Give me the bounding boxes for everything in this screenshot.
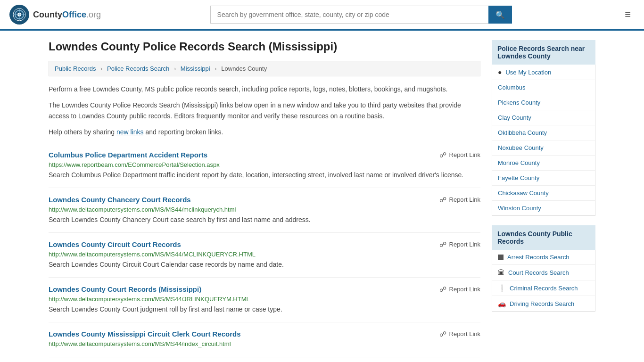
record-item: Lowndes County Mississippi Circuit Clerk…	[49, 322, 480, 357]
breadcrumb-public-records[interactable]: Public Records	[55, 65, 96, 72]
public-record-item-1: 🏛Court Records Search	[492, 265, 595, 280]
record-title-2[interactable]: Lowndes County Circuit Court Records	[49, 240, 181, 248]
public-record-link-2[interactable]: Criminal Records Search	[510, 285, 578, 292]
nearby-item-4: Oktibbeha County	[492, 125, 595, 140]
use-my-location-link[interactable]: Use My Location	[505, 69, 551, 76]
record-title-3[interactable]: Lowndes County Court Records (Mississipp…	[49, 285, 201, 293]
report-link-btn-3[interactable]: ☍ Report Link	[439, 285, 480, 294]
report-link-label-3: Report Link	[449, 286, 480, 293]
search-area: 🔍	[210, 6, 512, 24]
search-icon: 🔍	[495, 10, 505, 19]
breadcrumb-police-records-search[interactable]: Police Records Search	[107, 65, 169, 72]
public-records-list: Arrest Records Search🏛Court Records Sear…	[492, 250, 595, 312]
record-item: Lowndes County Court Records (Mississipp…	[49, 278, 480, 322]
nearby-item-9: Winston County	[492, 201, 595, 215]
report-icon-4: ☍	[439, 330, 446, 338]
description-2: The Lowndes County Police Records Search…	[49, 100, 480, 121]
record-url-4: http://www.deltacomputersystems.com/MS/M…	[49, 340, 480, 347]
record-title-4[interactable]: Lowndes County Mississippi Circuit Clerk…	[49, 330, 241, 338]
nearby-link-4[interactable]: Oktibbeha County	[498, 129, 547, 136]
hamburger-icon: ≡	[625, 8, 631, 20]
report-link-label-0: Report Link	[449, 151, 480, 158]
menu-button[interactable]: ≡	[621, 7, 635, 23]
breadcrumb-sep-2: ›	[174, 65, 176, 72]
report-link-btn-4[interactable]: ☍ Report Link	[439, 330, 480, 338]
public-record-item-0: Arrest Records Search	[492, 250, 595, 265]
record-item: Lowndes County Chancery Court Records ☍ …	[49, 188, 480, 233]
nearby-list: ● Use My LocationColumbusPickens CountyC…	[492, 65, 595, 216]
report-icon-1: ☍	[439, 196, 446, 204]
breadcrumb-sep-1: ›	[100, 65, 102, 72]
exclamation-icon: ❕	[498, 284, 506, 292]
record-url-3: http://www.deltacomputersystems.com/MS/M…	[49, 296, 480, 303]
breadcrumb-sep-3: ›	[215, 65, 216, 72]
content-area: Lowndes County Police Records Search (Mi…	[49, 40, 480, 357]
nearby-item-0[interactable]: ● Use My Location	[492, 65, 595, 80]
report-icon-2: ☍	[439, 240, 446, 249]
sidebar: Police Records Search near Lowndes Count…	[492, 40, 595, 357]
nearby-item-6: Monroe County	[492, 156, 595, 171]
page-title: Lowndes County Police Records Search (Mi…	[49, 40, 480, 53]
nearby-link-1[interactable]: Columbus	[498, 84, 526, 91]
report-link-btn-1[interactable]: ☍ Report Link	[439, 196, 480, 204]
report-link-label-4: Report Link	[449, 330, 480, 337]
record-desc-3: Search Lowndes County Court judgment rol…	[49, 304, 480, 314]
site-header: CountyOffice.org 🔍 ≡	[0, 0, 644, 31]
record-title-0[interactable]: Columbus Police Department Accident Repo…	[49, 151, 207, 159]
public-record-link-1[interactable]: Court Records Search	[508, 269, 569, 276]
record-url-2: http://www.deltacomputersystems.com/MS/M…	[49, 251, 480, 258]
record-url-1: http://www.deltacomputersystems.com/MS/M…	[49, 206, 480, 213]
report-link-label-2: Report Link	[449, 241, 480, 248]
report-link-btn-0[interactable]: ☍ Report Link	[439, 151, 480, 159]
logo-area: CountyOffice.org	[9, 5, 101, 25]
public-records-header: Lowndes County Public Records	[492, 225, 595, 250]
nearby-item-1: Columbus	[492, 80, 595, 95]
public-record-item-3: 🚗Driving Records Search	[492, 296, 595, 311]
logo-icon	[9, 5, 29, 25]
nearby-item-2: Pickens County	[492, 95, 595, 110]
record-item: Lowndes County Circuit Court Records ☍ R…	[49, 233, 480, 278]
logo-text: CountyOffice.org	[33, 10, 101, 20]
nearby-item-7: Fayette County	[492, 171, 595, 186]
record-desc-2: Search Lowndes County Circuit Court Cale…	[49, 260, 480, 270]
nearby-link-5[interactable]: Noxubee County	[498, 144, 544, 151]
public-record-item-2: ❕Criminal Records Search	[492, 280, 595, 296]
report-link-label-1: Report Link	[449, 196, 480, 203]
public-records-section: Lowndes County Public Records Arrest Rec…	[492, 225, 595, 312]
description-3: Help others by sharing new links and rep…	[49, 127, 480, 137]
record-item: Columbus Police Department Accident Repo…	[49, 143, 480, 188]
nearby-item-8: Chickasaw County	[492, 186, 595, 201]
nearby-link-7[interactable]: Fayette County	[498, 174, 539, 181]
nearby-item-5: Noxubee County	[492, 140, 595, 156]
breadcrumb-mississippi[interactable]: Mississippi	[181, 65, 210, 72]
car-icon: 🚗	[498, 300, 506, 307]
nearby-section: Police Records Search near Lowndes Count…	[492, 40, 595, 216]
record-desc-1: Search Lowndes County Chancery Court cas…	[49, 215, 480, 225]
records-list: Columbus Police Department Accident Repo…	[49, 143, 480, 357]
public-record-link-0[interactable]: Arrest Records Search	[507, 254, 570, 261]
square-icon	[498, 255, 504, 260]
pillar-icon: 🏛	[498, 269, 504, 276]
breadcrumb: Public Records › Police Records Search ›…	[49, 61, 480, 76]
nearby-link-8[interactable]: Chickasaw County	[498, 189, 549, 197]
record-url-0: https://www.reportbeam.com/ECommercePort…	[49, 161, 480, 168]
breadcrumb-lowndes: Lowndes County	[221, 65, 267, 72]
nearby-link-6[interactable]: Monroe County	[498, 159, 540, 166]
nearby-link-2[interactable]: Pickens County	[498, 99, 540, 106]
new-links-link[interactable]: new links	[116, 128, 144, 136]
public-record-link-3[interactable]: Driving Records Search	[510, 300, 574, 307]
nearby-link-9[interactable]: Winston County	[498, 205, 541, 212]
search-input[interactable]	[210, 6, 488, 24]
report-icon-3: ☍	[439, 285, 446, 294]
description-1: Perform a free Lowndes County, MS public…	[49, 84, 480, 94]
nearby-item-3: Clay County	[492, 110, 595, 125]
location-pin-icon: ●	[498, 68, 502, 76]
nearby-header: Police Records Search near Lowndes Count…	[492, 40, 595, 65]
record-title-1[interactable]: Lowndes County Chancery Court Records	[49, 196, 191, 204]
report-icon-0: ☍	[439, 151, 446, 159]
record-desc-0: Search Columbus Police Department traffi…	[49, 170, 480, 180]
search-button[interactable]: 🔍	[488, 6, 512, 24]
nearby-link-3[interactable]: Clay County	[498, 114, 531, 121]
main-container: Lowndes County Police Records Search (Mi…	[39, 31, 605, 362]
report-link-btn-2[interactable]: ☍ Report Link	[439, 240, 480, 249]
